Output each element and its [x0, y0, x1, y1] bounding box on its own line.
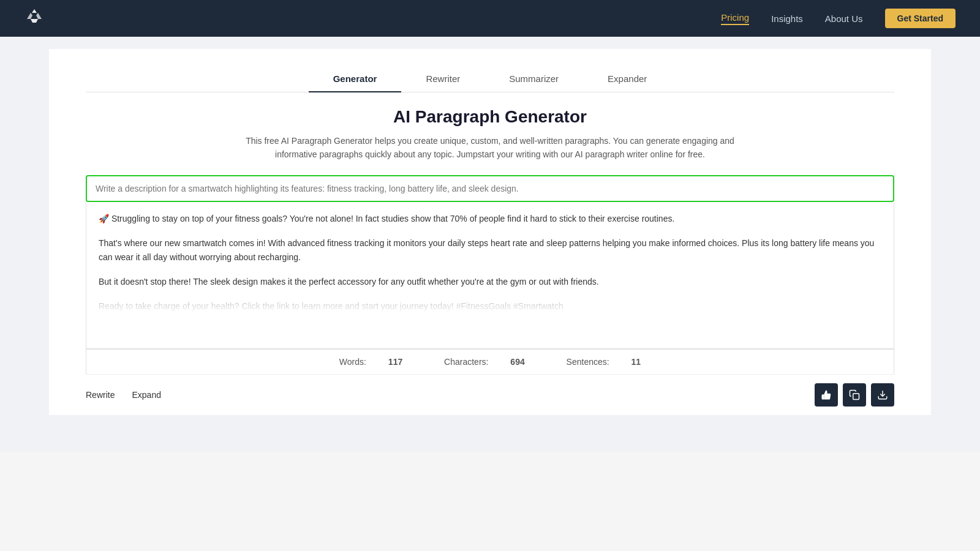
- thumbs-up-button[interactable]: [815, 383, 838, 407]
- page-subtitle: This free AI Paragraph Generator helps y…: [239, 134, 741, 162]
- words-stat: Words: 117: [330, 357, 415, 367]
- expand-link[interactable]: Expand: [132, 390, 160, 400]
- rewrite-link[interactable]: Rewrite: [86, 390, 115, 400]
- get-started-button[interactable]: Get Started: [885, 9, 956, 28]
- tabs-bar: Generator Rewriter Summarizer Expander: [86, 49, 894, 92]
- navbar-links: Pricing Insights About Us Get Started: [721, 9, 956, 28]
- copy-button[interactable]: [843, 383, 866, 407]
- tab-summarizer[interactable]: Summarizer: [484, 66, 583, 92]
- page-title: AI Paragraph Generator: [86, 107, 894, 127]
- svg-rect-0: [853, 394, 859, 400]
- prompt-input-wrapper: [86, 175, 894, 202]
- tab-rewriter[interactable]: Rewriter: [401, 66, 484, 92]
- output-paragraph-4: Ready to take charge of your health? Cli…: [99, 299, 881, 314]
- output-paragraph-3: But it doesn't stop there! The sleek des…: [99, 275, 881, 290]
- output-paragraph-2: That's where our new smartwatch comes in…: [99, 236, 881, 266]
- main-card: Generator Rewriter Summarizer Expander A…: [49, 49, 931, 415]
- prompt-input[interactable]: [87, 176, 893, 201]
- icon-buttons-group: [815, 383, 894, 407]
- nav-about-us[interactable]: About Us: [825, 13, 863, 24]
- sentences-stat: Sentences: 11: [557, 357, 651, 367]
- download-button[interactable]: [871, 383, 894, 407]
- navbar: Pricing Insights About Us Get Started: [0, 0, 980, 37]
- nav-insights[interactable]: Insights: [771, 13, 803, 24]
- output-paragraph-1: 🚀 Struggling to stay on top of your fitn…: [99, 212, 881, 227]
- tab-expander[interactable]: Expander: [583, 66, 671, 92]
- nav-pricing[interactable]: Pricing: [721, 12, 749, 25]
- logo-icon: [24, 7, 44, 30]
- output-area[interactable]: 🚀 Struggling to stay on top of your fitn…: [86, 202, 894, 349]
- tab-generator[interactable]: Generator: [309, 66, 402, 92]
- stats-bar: Words: 117 Characters: 694 Sentences: 11: [86, 349, 894, 374]
- action-footer: Rewrite Expand: [86, 374, 894, 415]
- chars-stat: Characters: 694: [434, 357, 537, 367]
